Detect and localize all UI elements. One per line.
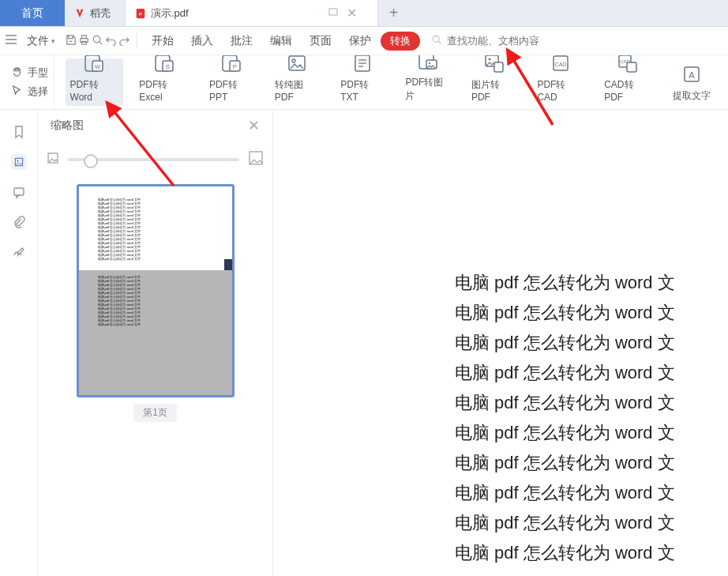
wps-icon xyxy=(74,8,85,19)
pdf2cad-icon: CAD xyxy=(550,55,572,73)
redo-icon[interactable] xyxy=(118,34,130,48)
menu-convert[interactable]: 转换 xyxy=(381,32,420,51)
tool-pdf2word[interactable]: W PDF转Word xyxy=(66,58,124,106)
svg-text:W: W xyxy=(95,63,101,70)
page-thumb-1-label: 第1页 xyxy=(133,404,177,422)
search-icon xyxy=(431,34,442,47)
tool-pdf2img-label: PDF转图片 xyxy=(405,76,450,103)
menubar: 文件 ▾ 开始 插入 批注 编辑 页面 保护 转换 xyxy=(0,27,728,55)
doc-line: 电脑 pdf 怎么转化为 word 文 xyxy=(455,508,728,538)
svg-point-27 xyxy=(429,62,430,64)
tool-pdf2txt[interactable]: PDF转TXT xyxy=(336,58,389,106)
tool-pdf2pureimg-label: 转纯图PDF xyxy=(275,78,320,103)
tool-pdf2excel-label: PDF转Excel xyxy=(139,78,189,103)
svg-text:P: P xyxy=(233,63,237,70)
svg-rect-40 xyxy=(14,188,24,195)
menu-start[interactable]: 开始 xyxy=(144,31,182,51)
doc-line: 电脑 pdf 怎么转化为 word 文 xyxy=(455,538,728,568)
content-area: 缩略图 ✕ 电脑 pdf 怎么转化为 word 文件 电脑 pdf 怎么转化为 … xyxy=(0,110,728,576)
thumbnails-body: 电脑 pdf 怎么转化为 word 文件 电脑 pdf 怎么转化为 word 文… xyxy=(38,178,272,576)
thumbnails-zoom-slider[interactable] xyxy=(68,158,239,161)
pdf2word-icon: W xyxy=(83,55,105,73)
hamburger-icon[interactable] xyxy=(5,34,17,47)
bookmark-icon[interactable] xyxy=(11,124,27,140)
pdf-icon: P xyxy=(135,8,146,19)
menu-insert[interactable]: 插入 xyxy=(183,31,221,51)
menu-page[interactable]: 页面 xyxy=(302,31,340,51)
svg-rect-30 xyxy=(494,62,503,72)
tool-extract-text-label: 提取文字 xyxy=(673,89,711,103)
doc-line: 电脑 pdf 怎么转化为 word 文 xyxy=(455,328,728,358)
svg-point-6 xyxy=(93,36,99,42)
thumbnails-icon[interactable] xyxy=(11,154,27,170)
pdf2ppt-icon: P xyxy=(220,55,242,73)
svg-line-9 xyxy=(438,41,441,43)
svg-point-8 xyxy=(433,36,439,42)
find-icon[interactable] xyxy=(92,34,103,48)
cursor-icon xyxy=(11,85,23,99)
ribbon-tools: W PDF转Word S PDF转Excel P PDF转PPT 转纯图PDF xyxy=(54,55,728,109)
svg-rect-2 xyxy=(329,9,337,15)
doc-line: 电脑 pdf 怎么转化为 word 文 xyxy=(455,388,728,418)
tool-pdf2img[interactable]: PDF转图片 xyxy=(400,58,455,106)
document-view[interactable]: 电脑 pdf 怎么转化为 word 文 电脑 pdf 怎么转化为 word 文 … xyxy=(273,110,728,576)
mode-hand-label: 手型 xyxy=(28,66,48,80)
thumbnails-title: 缩略图 xyxy=(51,119,84,133)
tab-home[interactable]: 首页 xyxy=(0,0,65,26)
zoom-out-icon[interactable] xyxy=(46,151,60,168)
svg-text:S: S xyxy=(165,63,169,70)
page-thumb-1[interactable]: 电脑 pdf 怎么转化为 word 文件 电脑 pdf 怎么转化为 word 文… xyxy=(77,184,235,397)
tab-close-icon[interactable]: ✕ xyxy=(347,6,357,21)
tab-pdf[interactable]: P 演示.pdf ✕ xyxy=(126,0,378,26)
extract-text-icon: A xyxy=(681,64,703,85)
tabbar: 首页 稻壳 P 演示.pdf ✕ + xyxy=(0,0,728,27)
tab-add-button[interactable]: + xyxy=(378,0,410,26)
tool-pdf2cad[interactable]: CAD PDF转CAD xyxy=(532,58,588,106)
save-icon[interactable] xyxy=(65,34,77,48)
mode-select[interactable]: 选择 xyxy=(11,85,54,99)
svg-text:A: A xyxy=(689,70,695,80)
svg-point-29 xyxy=(488,58,490,61)
menu-protect[interactable]: 保护 xyxy=(341,31,379,51)
thumbnails-controls xyxy=(38,141,272,178)
menu-separator xyxy=(137,33,137,49)
tab-docke[interactable]: 稻壳 xyxy=(65,0,126,26)
signature-icon[interactable] xyxy=(11,244,27,260)
tool-pdf2excel[interactable]: S PDF转Excel xyxy=(134,58,193,106)
tool-pdf2cad-label: PDF转CAD xyxy=(537,78,584,103)
doc-line: 电脑 pdf 怎么转化为 word 文 xyxy=(455,448,728,478)
menu-file[interactable]: 文件 ▾ xyxy=(19,31,63,51)
svg-rect-4 xyxy=(82,35,87,38)
doc-line: 电脑 pdf 怎么转化为 word 文 xyxy=(455,358,728,388)
tool-pdf2ppt-label: PDF转PPT xyxy=(209,78,254,103)
tab-pdf-label: 演示.pdf xyxy=(151,6,189,21)
zoom-in-icon[interactable] xyxy=(247,149,265,170)
ribbon: 手型 选择 W PDF转Word S PDF转Excel P PDF转PPT xyxy=(0,55,728,110)
tool-cad2pdf[interactable]: CAD CAD转PDF xyxy=(599,58,655,106)
mode-hand[interactable]: 手型 xyxy=(11,66,54,80)
svg-text:CAD: CAD xyxy=(554,62,566,67)
doc-line: 电脑 pdf 怎么转化为 word 文 xyxy=(455,418,728,448)
undo-icon[interactable] xyxy=(105,34,117,48)
plus-icon: + xyxy=(389,4,399,22)
menu-search[interactable] xyxy=(431,34,565,47)
menu-file-label: 文件 xyxy=(27,34,49,48)
tool-extract-text[interactable]: A 提取文字 xyxy=(666,58,717,106)
menu-edit[interactable]: 编辑 xyxy=(262,31,300,51)
cad2pdf-icon: CAD xyxy=(617,55,639,73)
menu-annotate[interactable]: 批注 xyxy=(223,31,261,51)
thumbnails-close-icon[interactable]: ✕ xyxy=(248,117,260,134)
comment-icon[interactable] xyxy=(11,184,27,200)
window-minimize-icon[interactable] xyxy=(328,6,339,20)
tab-docke-label: 稻壳 xyxy=(90,6,111,21)
doc-line: 电脑 pdf 怎么转化为 word 文 xyxy=(455,298,728,328)
tool-img2pdf[interactable]: 图片转PDF xyxy=(467,58,521,106)
attachment-icon[interactable] xyxy=(11,214,27,230)
search-input[interactable] xyxy=(447,35,565,47)
print-icon[interactable] xyxy=(78,34,90,48)
doc-line: 电脑 pdf 怎么转化为 word 文 xyxy=(455,478,728,508)
pdf2excel-icon: S xyxy=(153,55,175,73)
tool-pdf2ppt[interactable]: P PDF转PPT xyxy=(205,58,259,106)
tool-pdf2pureimg[interactable]: 转纯图PDF xyxy=(270,58,325,106)
side-icon-strip xyxy=(0,110,38,576)
